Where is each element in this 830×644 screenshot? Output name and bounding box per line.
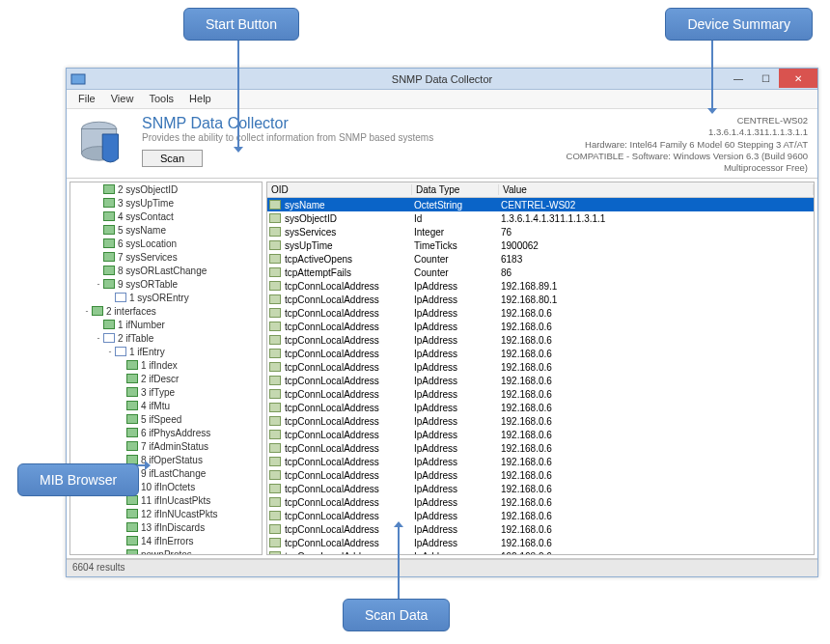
cell-value: 1.3.6.1.4.1.311.1.1.3.1.1: [499, 213, 814, 224]
row-icon: [269, 524, 281, 534]
row-icon: [269, 227, 281, 237]
column-type[interactable]: Data Type: [412, 184, 499, 195]
leaf-icon: [103, 211, 115, 221]
tree-node[interactable]: 8 sysORLastChange: [70, 264, 262, 277]
row-icon: [269, 294, 281, 304]
data-grid-row[interactable]: sysUpTimeTimeTicks1900062: [267, 238, 814, 252]
menubar: File View Tools Help: [67, 90, 817, 109]
titlebar[interactable]: SNMP Data Collector — ☐ ✕: [67, 69, 817, 90]
close-button[interactable]: ✕: [779, 69, 817, 88]
cell-value: 192.168.0.6: [499, 430, 814, 440]
data-grid-row[interactable]: tcpConnLocalAddressIpAddress192.168.89.1: [267, 279, 814, 293]
data-grid-row[interactable]: tcpConnLocalAddressIpAddress192.168.0.6: [267, 333, 814, 347]
cell-type: IpAddress: [412, 497, 499, 508]
data-grid-row[interactable]: tcpConnLocalAddressIpAddress192.168.0.6: [267, 441, 814, 455]
tree-node[interactable]: -2 ifTable: [70, 331, 262, 345]
menu-view[interactable]: View: [103, 90, 142, 108]
collapse-icon[interactable]: -: [82, 306, 92, 316]
cell-type: IpAddress: [412, 335, 499, 346]
row-icon: [269, 281, 281, 291]
data-grid-row[interactable]: tcpConnLocalAddressIpAddress192.168.0.6: [267, 455, 814, 468]
tree-node[interactable]: 4 ifMtu: [70, 399, 262, 412]
tree-node[interactable]: 3 ifType: [70, 385, 262, 399]
column-oid[interactable]: OID: [267, 184, 412, 195]
data-grid-row[interactable]: tcpConnLocalAddressIpAddress192.168.0.6: [267, 387, 814, 401]
data-grid-row[interactable]: tcpConnLocalAddressIpAddress192.168.0.6: [267, 374, 814, 387]
tree-node[interactable]: 7 sysServices: [70, 250, 262, 264]
row-icon: [269, 470, 281, 480]
collapse-icon[interactable]: -: [94, 333, 103, 343]
collapse-icon[interactable]: -: [105, 347, 115, 356]
data-grid-row[interactable]: tcpConnLocalAddressIpAddress192.168.0.6: [267, 549, 814, 554]
tree-node[interactable]: 1 ifNumber: [70, 318, 262, 331]
scan-button[interactable]: Scan: [142, 150, 203, 167]
cell-value: 192.168.0.6: [499, 443, 814, 454]
tree-node[interactable]: 13 ifInDiscards: [70, 520, 262, 534]
tree-node[interactable]: 7 ifAdminStatus: [70, 439, 262, 453]
data-grid-row[interactable]: tcpConnLocalAddressIpAddress192.168.0.6: [267, 414, 814, 428]
tree-node[interactable]: 4 sysContact: [70, 210, 262, 223]
data-grid-row[interactable]: tcpActiveOpensCounter6183: [267, 252, 814, 266]
cell-type: IpAddress: [412, 457, 499, 467]
cell-value: 192.168.0.6: [499, 551, 814, 555]
cell-value: 192.168.0.6: [499, 362, 814, 373]
cell-value: 192.168.0.6: [499, 322, 814, 332]
leaf-icon: [126, 414, 138, 424]
data-grid-row[interactable]: sysServicesInteger76: [267, 225, 814, 238]
cell-type: IpAddress: [412, 281, 499, 292]
callout-mib-browser: MIB Browser: [17, 463, 139, 496]
tree-node[interactable]: 12 ifInNUcastPkts: [70, 507, 262, 520]
data-grid-row[interactable]: tcpConnLocalAddressIpAddress192.168.0.6: [267, 522, 814, 536]
data-grid-row[interactable]: tcpConnLocalAddressIpAddress192.168.0.6: [267, 509, 814, 522]
leaf-icon: [92, 306, 103, 316]
data-grid-row[interactable]: sysObjectIDId1.3.6.1.4.1.311.1.1.3.1.1: [267, 211, 814, 225]
row-icon: [269, 322, 281, 331]
data-grid-row[interactable]: tcpConnLocalAddressIpAddress192.168.0.6: [267, 320, 814, 333]
data-grid-row[interactable]: tcpAttemptFailsCounter86: [267, 266, 814, 279]
menu-tools[interactable]: Tools: [141, 90, 181, 108]
tree-node[interactable]: 6 sysLocation: [70, 237, 262, 250]
cell-type: IpAddress: [412, 308, 499, 319]
row-icon: [269, 376, 281, 385]
mib-browser-tree[interactable]: 2 sysObjectID3 sysUpTime4 sysContact5 sy…: [69, 182, 263, 555]
tree-node[interactable]: 6 ifPhysAddress: [70, 426, 262, 439]
data-grid-row[interactable]: tcpConnLocalAddressIpAddress192.168.0.6: [267, 536, 814, 549]
tree-node[interactable]: -1 ifEntry: [70, 345, 262, 358]
scan-data-grid[interactable]: OID Data Type Value sysNameOctetStringCE…: [266, 182, 815, 555]
data-grid-row[interactable]: tcpConnLocalAddressIpAddress192.168.0.6: [267, 482, 814, 495]
cell-oid: tcpConnLocalAddress: [283, 538, 412, 548]
tree-node[interactable]: -9 sysORTable: [70, 277, 262, 291]
tree-node[interactable]: 5 ifSpeed: [70, 412, 262, 426]
data-grid-row[interactable]: tcpConnLocalAddressIpAddress192.168.0.6: [267, 495, 814, 509]
tree-node[interactable]: 5 sysName: [70, 223, 262, 237]
cell-value: 192.168.0.6: [499, 403, 814, 413]
data-grid-row[interactable]: sysNameOctetStringCENTREL-WS02: [267, 198, 814, 211]
menu-file[interactable]: File: [70, 90, 103, 108]
tree-node[interactable]: 2 ifDescr: [70, 372, 262, 385]
tree-node-label: 10 ifInOctets: [141, 482, 195, 492]
collapse-icon[interactable]: -: [94, 279, 103, 289]
cell-value: 192.168.0.6: [499, 335, 814, 346]
maximize-button[interactable]: ☐: [752, 69, 779, 88]
leaf-icon: [126, 374, 138, 383]
tree-node[interactable]: 2 sysObjectID: [70, 182, 262, 196]
data-grid-row[interactable]: tcpConnLocalAddressIpAddress192.168.0.6: [267, 360, 814, 374]
data-grid-row[interactable]: tcpConnLocalAddressIpAddress192.168.0.6: [267, 468, 814, 482]
tree-node-label: 1 sysOREntry: [129, 293, 189, 303]
data-grid-row[interactable]: tcpConnLocalAddressIpAddress192.168.80.1: [267, 293, 814, 306]
tree-node[interactable]: 1 sysOREntry: [70, 291, 262, 304]
minimize-button[interactable]: —: [725, 69, 752, 88]
tree-node[interactable]: -2 interfaces: [70, 304, 262, 318]
cell-type: IpAddress: [412, 551, 499, 555]
cell-type: Id: [412, 213, 499, 224]
tree-node[interactable]: 14 ifInErrors: [70, 534, 262, 547]
tree-node[interactable]: nownProtos: [70, 547, 262, 554]
tree-node[interactable]: 1 ifIndex: [70, 358, 262, 372]
data-grid-row[interactable]: tcpConnLocalAddressIpAddress192.168.0.6: [267, 428, 814, 441]
tree-node[interactable]: 3 sysUpTime: [70, 196, 262, 210]
data-grid-row[interactable]: tcpConnLocalAddressIpAddress192.168.0.6: [267, 347, 814, 360]
menu-help[interactable]: Help: [181, 90, 219, 108]
column-value[interactable]: Value: [499, 184, 814, 195]
data-grid-row[interactable]: tcpConnLocalAddressIpAddress192.168.0.6: [267, 306, 814, 320]
data-grid-row[interactable]: tcpConnLocalAddressIpAddress192.168.0.6: [267, 401, 814, 414]
